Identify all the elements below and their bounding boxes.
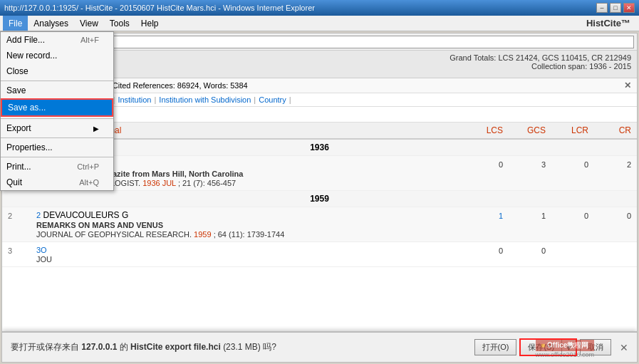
title-bar: http://127.0.0.1:1925/ - HistCite - 2015…: [0, 0, 639, 16]
menu-save[interactable]: Save: [1, 83, 113, 98]
title-text: http://127.0.0.1:1925/ - HistCite - 2015…: [4, 4, 315, 12]
menu-close[interactable]: Close: [1, 63, 113, 79]
row-author: DEVAUCOULEURS G: [43, 210, 128, 220]
separator-3: [1, 137, 113, 138]
row-link[interactable]: 3O: [36, 246, 47, 254]
cell-gcs: 1: [503, 210, 546, 220]
journal-name: JOURNAL OF GEOPHYSICAL RESEARCH.: [36, 230, 192, 239]
menu-tools[interactable]: Tools: [104, 16, 135, 31]
download-dialog: 要打开或保存来自 127.0.0.1 的 HistCite export fil…: [2, 331, 637, 362]
separator-1: [1, 80, 113, 81]
stats-close-button[interactable]: ✕: [624, 80, 631, 90]
minimize-button[interactable]: –: [596, 3, 608, 13]
row-number: 2: [8, 210, 36, 220]
dialog-open-button[interactable]: 打开(O): [474, 339, 517, 355]
menu-help[interactable]: Help: [135, 16, 165, 31]
table-row: 3 3O JOU 0 0: [2, 242, 637, 267]
separator-4: [1, 157, 113, 157]
separator-2: [1, 118, 113, 119]
col-header-lcs: LCS: [460, 125, 503, 135]
cell-lcr: 0: [546, 159, 588, 169]
col-header-cr: CR: [588, 125, 631, 135]
menu-new-record[interactable]: New record...: [1, 48, 113, 63]
menu-save-as[interactable]: Save as...: [1, 98, 113, 117]
dialog-text-suffix: 吗?: [263, 342, 276, 352]
row-vol-page: ; 21 (7): 456-457: [178, 179, 236, 187]
menu-export[interactable]: Export ▶: [1, 120, 113, 136]
link-country[interactable]: Country: [259, 95, 286, 104]
cell-lcs: 0: [460, 245, 503, 255]
col-header-gcs: GCS: [503, 125, 546, 135]
row-author-line: 3O: [36, 245, 454, 255]
menu-add-file[interactable]: Add File... Alt+F: [1, 32, 113, 48]
cell-gcs: 0: [503, 245, 546, 255]
menu-view[interactable]: View: [74, 16, 104, 31]
row-year: 1936 JUL: [142, 179, 176, 187]
menu-print[interactable]: Print... Ctrl+P: [1, 159, 113, 175]
dialog-filename: HistCite export file.hci: [130, 342, 221, 352]
dialog-text: 要打开或保存来自 127.0.0.1 的 HistCite export fil…: [11, 341, 474, 353]
restore-button[interactable]: □: [610, 3, 621, 13]
col-header-lcr: LCR: [546, 125, 588, 135]
dialog-filesize: (23.1 MB): [223, 342, 261, 352]
file-dropdown: Add File... Alt+F New record... Close Sa…: [0, 31, 114, 191]
row-number: 3: [8, 245, 36, 255]
row-vol-page: ; 64 (11): 1739-1744: [214, 230, 285, 239]
journal-name: JOU: [36, 255, 52, 264]
dialog-text-middle: 的: [120, 342, 128, 352]
menu-analyses[interactable]: Analyses: [28, 16, 74, 31]
dialog-close-button[interactable]: ✕: [620, 342, 628, 353]
menu-bar: File Analyses View Tools Help HistCite™ …: [0, 16, 639, 31]
totals-area: Grand Totals: LCS 21424, GCS 110415, CR …: [450, 53, 631, 71]
link-institution-subdivision[interactable]: Institution with Subdivision: [159, 95, 251, 104]
row-year: 1959: [194, 230, 211, 239]
cell-cr: 2: [588, 159, 631, 169]
totals-line1: Grand Totals: LCS 21424, GCS 110415, CR …: [450, 53, 631, 62]
year-separator-1959: 1959: [2, 191, 637, 207]
menu-properties[interactable]: Properties...: [1, 140, 113, 155]
file-dropdown-menu: Add File... Alt+F New record... Close Sa…: [0, 31, 114, 191]
cell-lcs: 0: [460, 159, 503, 169]
row-journal: JOU: [36, 255, 454, 264]
watermark-logo: ■ Office教程网: [536, 340, 594, 351]
row-content: 3O JOU: [36, 245, 460, 264]
menu-quit[interactable]: Quit Alt+Q: [1, 175, 113, 190]
row-title: REMARKS ON MARS AND VENUS: [36, 221, 454, 229]
row-journal: JOURNAL OF GEOPHYSICAL RESEARCH. 1959 ; …: [36, 230, 454, 239]
cell-lcr: [546, 245, 588, 246]
row-link[interactable]: 2: [36, 211, 41, 219]
cell-cr: 0: [588, 210, 631, 220]
table-row: 2 2 DEVAUCOULEURS G REMARKS ON MARS AND …: [2, 207, 637, 242]
cell-cr: [588, 245, 631, 246]
link-institution[interactable]: Institution: [118, 95, 151, 104]
totals-line2: Collection span: 1936 - 2015: [450, 62, 631, 71]
dialog-domain: 127.0.0.1: [81, 342, 117, 352]
cell-gcs: 3: [503, 159, 546, 169]
histcite-brand: HistCite™: [586, 18, 636, 28]
close-button[interactable]: ✕: [623, 3, 635, 13]
window-controls: – □ ✕: [596, 3, 635, 13]
row-content: 2 DEVAUCOULEURS G REMARKS ON MARS AND VE…: [36, 210, 460, 239]
cell-lcr: 0: [546, 210, 588, 220]
menu-file[interactable]: File: [3, 16, 28, 31]
watermark-url: www.office2016.com: [536, 351, 594, 358]
dialog-text-prefix: 要打开或保存来自: [11, 342, 79, 352]
cell-lcs[interactable]: 1: [460, 210, 503, 220]
row-author-line: 2 DEVAUCOULEURS G: [36, 210, 454, 220]
